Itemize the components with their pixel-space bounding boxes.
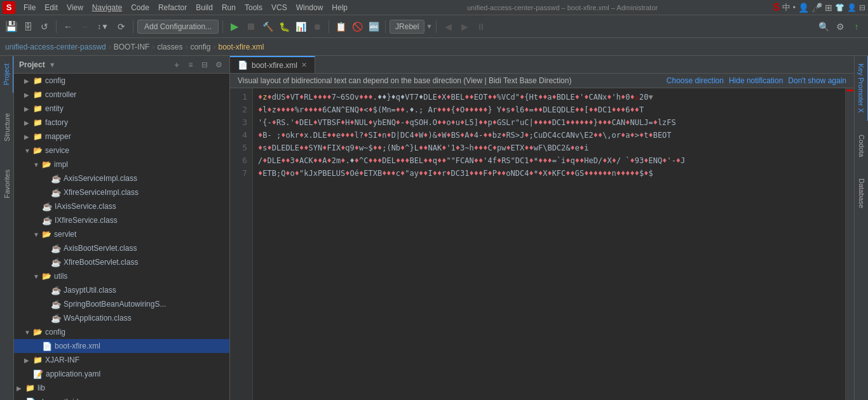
tree-item-jasypt[interactable]: ☕ JasyptUtil.class bbox=[14, 283, 229, 297]
toolbar-search-btn[interactable]: 🔍 bbox=[816, 19, 831, 34]
toolbar-stop2-btn[interactable]: ⏺ bbox=[309, 19, 325, 34]
grid-icon[interactable]: ⊞ bbox=[825, 3, 832, 13]
menu-run[interactable]: Run bbox=[217, 2, 240, 13]
panel-list-icon[interactable]: ≡ bbox=[185, 59, 196, 70]
tree-item-iaxis[interactable]: ☕ IAxisService.class bbox=[14, 199, 229, 213]
chinese-icon[interactable]: 中 bbox=[782, 2, 790, 13]
tree-item-config1[interactable]: ▶ 📁 config bbox=[14, 74, 229, 88]
tree-label: XfireBootServlet.class bbox=[64, 258, 138, 267]
toolbar-stop-btn[interactable]: ⏹ bbox=[243, 19, 259, 34]
choose-direction-link[interactable]: Choose direction bbox=[667, 76, 724, 85]
hide-notification-link[interactable]: Hide notification bbox=[729, 76, 783, 85]
tree-item-axis-boot[interactable]: ☕ AxisBootServlet.class bbox=[14, 241, 229, 255]
dont-show-again-link[interactable]: Don't show again bbox=[788, 76, 846, 85]
breadcrumb-config[interactable]: config bbox=[190, 43, 210, 51]
tree-item-boot-xfire[interactable]: 📄 boot-xfire.xml bbox=[14, 339, 229, 353]
tree-item-ixfire[interactable]: ☕ IXfireService.class bbox=[14, 213, 229, 227]
menu-tools[interactable]: Tools bbox=[240, 2, 267, 13]
line-num-3: 3 bbox=[230, 116, 247, 129]
toolbar-arrow2-btn[interactable]: ▶ bbox=[457, 19, 472, 34]
sougou-icon[interactable]: S bbox=[773, 2, 780, 13]
menu-window[interactable]: Window bbox=[292, 2, 328, 13]
toolbar-coverage-btn[interactable]: 📋 bbox=[333, 19, 348, 34]
tab-database[interactable]: Database bbox=[855, 171, 868, 216]
toolbar-refresh-btn[interactable]: ↺ bbox=[37, 19, 52, 34]
shirt-icon[interactable]: 👕 bbox=[835, 3, 844, 12]
add-configuration-btn[interactable]: Add Configuration... bbox=[137, 20, 219, 34]
toolbar-profile-btn[interactable]: 📊 bbox=[293, 19, 308, 34]
breadcrumb-file[interactable]: boot-xfire.xml bbox=[218, 43, 264, 51]
tree-item-factory[interactable]: ▶ 📁 factory bbox=[14, 116, 229, 130]
menu-help[interactable]: Help bbox=[327, 2, 352, 13]
toolbar-debug-btn[interactable]: 🐛 bbox=[276, 19, 292, 34]
menu-code[interactable]: Code bbox=[126, 2, 154, 13]
toolbar-fwd-btn[interactable]: → bbox=[77, 19, 92, 34]
toolbar-nav-btn[interactable]: ↕▼ bbox=[93, 19, 112, 34]
toolbar-translate-btn[interactable]: 🔤 bbox=[366, 19, 381, 34]
toolbar-settings-btn[interactable]: ⚙ bbox=[832, 19, 848, 34]
panel-filter-icon[interactable]: ⊟ bbox=[199, 59, 210, 70]
tab-close-icon[interactable]: ✕ bbox=[301, 61, 307, 69]
grid2-icon[interactable]: ⊟ bbox=[859, 3, 865, 12]
tree-item-classpath[interactable]: 📄 classpath.idx bbox=[14, 395, 229, 400]
jrebel-btn[interactable]: JRebel bbox=[390, 20, 424, 34]
tree-item-mapper[interactable]: ▶ 📁 mapper bbox=[14, 130, 229, 143]
code-content[interactable]: ♦z♦dUS♦VT♦RL♦♦♦♦ 7~6SOv♦♦♦.♦♦}♦q♦VT7♦DLE… bbox=[253, 88, 845, 400]
tree-item-impl[interactable]: ▼ 📂 impl bbox=[14, 157, 229, 171]
toolbar-arrow1-btn[interactable]: ◀ bbox=[440, 19, 456, 34]
panel-settings-icon[interactable]: ⚙ bbox=[213, 59, 224, 70]
menu-file[interactable]: File bbox=[19, 2, 40, 13]
panel-add-icon[interactable]: + bbox=[171, 59, 182, 70]
project-panel-chevron-icon[interactable]: ▼ bbox=[49, 61, 56, 69]
tab-favorites[interactable]: Favorites bbox=[1, 162, 13, 206]
tab-structure[interactable]: Structure bbox=[1, 105, 13, 149]
user-icon[interactable]: 👤 bbox=[798, 3, 809, 13]
tree-item-wsapp[interactable]: ☕ WsApplication.class bbox=[14, 311, 229, 325]
tab-project[interactable]: Project bbox=[0, 56, 14, 93]
tree-item-service[interactable]: ▼ 📂 service bbox=[14, 143, 229, 157]
tree-item-config2[interactable]: ▼ 📂 config bbox=[14, 325, 229, 339]
toolbar-play-btn[interactable]: ▶ bbox=[227, 19, 242, 34]
menu-build[interactable]: Build bbox=[191, 2, 217, 13]
menu-view[interactable]: View bbox=[62, 2, 88, 13]
tree-item-servlet[interactable]: ▼ 📂 servlet bbox=[14, 227, 229, 241]
tree-item-utils[interactable]: ▼ 📂 utils bbox=[14, 269, 229, 283]
tab-key-promoter[interactable]: Key Promoter X bbox=[855, 56, 869, 121]
tab-codota[interactable]: Codota bbox=[855, 127, 868, 164]
editor-tab-boot-xfire[interactable]: 📄 boot-xfire.xml ✕ bbox=[230, 56, 315, 73]
arrow-icon: ▶ bbox=[24, 119, 33, 126]
line-num-4: 4 bbox=[230, 129, 247, 142]
tree-item-spring-auto[interactable]: ☕ SpringBootBeanAutowiringS... bbox=[14, 297, 229, 311]
tree-item-xfire-impl[interactable]: ☕ XfireServiceImpl.class bbox=[14, 185, 229, 199]
menu-navigate[interactable]: Navigate bbox=[88, 2, 126, 13]
tree-item-application[interactable]: 📝 application.yaml bbox=[14, 367, 229, 381]
breadcrumb-classes[interactable]: classes bbox=[157, 43, 182, 51]
jrebel-chevron-icon[interactable]: ▼ bbox=[426, 23, 432, 30]
tree-item-axis-impl[interactable]: ☕ AxisServiceImpl.class bbox=[14, 171, 229, 185]
toolbar-run2-btn[interactable]: 🚫 bbox=[349, 19, 365, 34]
dot-icon[interactable]: • bbox=[793, 3, 796, 12]
code-line-2: ♦l♦z♦♦ ♦♦%r♦♦♦♦6CAN^ENQ♦<♦$(Mn=♦♦.♦.; Ar… bbox=[258, 103, 840, 116]
toolbar-sync-btn[interactable]: ⟳ bbox=[114, 19, 129, 34]
toolbar-update-icon[interactable]: ↑ bbox=[849, 19, 864, 34]
menu-edit[interactable]: Edit bbox=[40, 2, 62, 13]
toolbar-pause-btn[interactable]: ⏸ bbox=[473, 19, 489, 34]
breadcrumb-project[interactable]: unified-access-center-passwd bbox=[5, 43, 106, 51]
project-panel-header: Project ▼ + ≡ ⊟ ⚙ bbox=[14, 56, 229, 74]
mic-icon[interactable]: 🎤 bbox=[811, 3, 822, 13]
window-title: unified-access-center-passwd – boot-xfir… bbox=[352, 4, 773, 11]
breadcrumb-boot-inf[interactable]: BOOT-INF bbox=[114, 43, 150, 51]
toolbar-sep2 bbox=[133, 20, 133, 33]
tree-item-controller[interactable]: ▶ 📁 controller bbox=[14, 88, 229, 102]
person-icon[interactable]: 👤 bbox=[847, 3, 857, 12]
menu-refactor[interactable]: Refactor bbox=[154, 2, 191, 13]
tree-item-entity[interactable]: ▶ 📁 entity bbox=[14, 102, 229, 116]
tree-item-lib[interactable]: ▶ 📁 lib bbox=[14, 381, 229, 395]
tree-item-xfire-boot[interactable]: ☕ XfireBootServlet.class bbox=[14, 255, 229, 269]
tree-item-xjar-inf[interactable]: ▶ 📁 XJAR-INF bbox=[14, 353, 229, 367]
toolbar-back-btn[interactable]: ← bbox=[60, 19, 76, 34]
toolbar-save2-btn[interactable]: 🗄 bbox=[20, 19, 36, 34]
menu-vcs[interactable]: VCS bbox=[267, 2, 292, 13]
toolbar-build-btn[interactable]: 🔨 bbox=[260, 19, 275, 34]
toolbar-save-btn[interactable]: 💾 bbox=[4, 19, 19, 34]
